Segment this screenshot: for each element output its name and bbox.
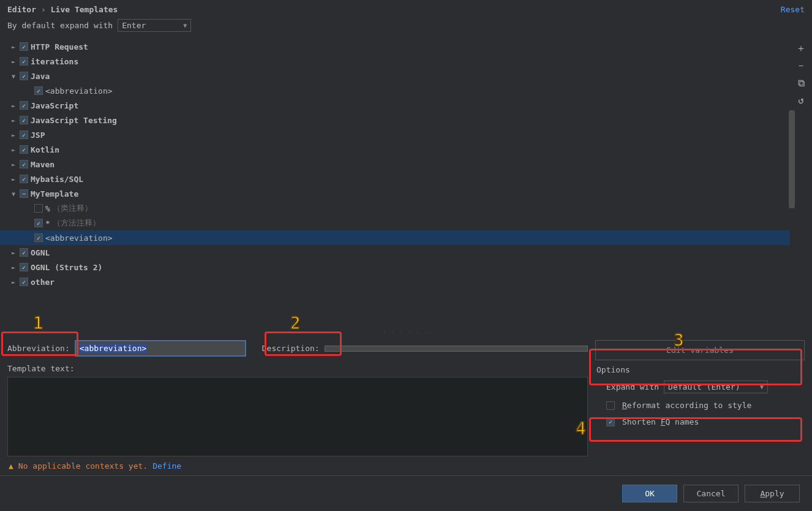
tree-label: JavaScript — [31, 101, 78, 110]
tree-row[interactable]: ✓ *（方法注释） — [0, 216, 790, 230]
split-handle[interactable]: · · · · · · — [0, 330, 812, 335]
tree-checkbox[interactable]: ✓ — [20, 248, 28, 257]
tree-checkbox[interactable]: ✓ — [20, 145, 28, 154]
expand-icon[interactable]: ► — [10, 58, 17, 65]
tree-row[interactable]: %（类注释） — [0, 201, 790, 216]
chevron-down-icon: ▼ — [183, 22, 187, 29]
define-link[interactable]: Define — [152, 461, 181, 471]
expand-with-label: Expand with — [606, 382, 659, 392]
shorten-fq-checkbox[interactable]: ✓ — [606, 418, 615, 426]
breadcrumb-live-templates[interactable]: Live Templates — [51, 5, 118, 14]
chevron-down-icon: ▼ — [760, 384, 764, 390]
tree-row[interactable]: ►✓ other — [0, 274, 790, 289]
breadcrumb: Editor › Live Templates — [7, 5, 118, 14]
tree-row[interactable]: ▼− MyTemplate — [0, 186, 790, 201]
expand-icon[interactable]: ► — [10, 264, 17, 271]
tree-label: MyTemplate — [31, 189, 78, 199]
tree-checkbox[interactable]: ✓ — [20, 72, 28, 80]
tree-checkbox[interactable]: ✓ — [20, 101, 28, 110]
collapse-icon[interactable]: ▼ — [10, 73, 17, 80]
tree-checkbox[interactable]: − — [20, 189, 28, 198]
tree-label: * — [45, 219, 50, 228]
tree-row[interactable]: ►✓ JSP — [0, 127, 790, 142]
tree-checkbox[interactable] — [34, 204, 43, 213]
scrollbar[interactable] — [789, 110, 795, 208]
tree-checkbox[interactable]: ✓ — [20, 131, 28, 139]
tree-row[interactable]: ✓ <abbreviation> — [0, 83, 790, 98]
breadcrumb-editor[interactable]: Editor — [7, 5, 36, 14]
tree-label: OGNL (Struts 2) — [31, 263, 102, 272]
tree-checkbox[interactable]: ✓ — [34, 86, 43, 95]
apply-button[interactable]: Apply — [745, 485, 800, 502]
tree-hint: （类注释） — [53, 203, 92, 214]
tree-checkbox[interactable]: ✓ — [20, 57, 28, 66]
collapse-icon[interactable]: ▼ — [10, 191, 17, 197]
tree-label: other — [31, 278, 55, 287]
undo-icon[interactable]: ↺ — [795, 94, 806, 105]
template-tree[interactable]: ►✓ HTTP Request►✓ iterations▼✓ Java✓ <ab… — [0, 37, 790, 330]
tree-checkbox[interactable]: ✓ — [20, 278, 28, 286]
chevron-right-icon: › — [41, 5, 46, 14]
expand-icon[interactable]: ► — [10, 161, 17, 168]
default-expand-value: Enter — [122, 21, 146, 30]
tree-checkbox[interactable]: ✓ — [34, 233, 43, 242]
tree-label: JavaScript Testing — [31, 116, 117, 125]
abbreviation-value: <abbreviation> — [80, 344, 147, 353]
tree-checkbox[interactable]: ✓ — [34, 219, 43, 227]
tree-row[interactable]: ►✓ OGNL (Struts 2) — [0, 260, 790, 274]
warning-text: No applicable contexts yet. — [18, 461, 148, 471]
tree-label: Maven — [31, 160, 55, 169]
add-icon[interactable]: ＋ — [795, 43, 806, 54]
description-label: Description: — [262, 344, 320, 353]
expand-icon[interactable]: ► — [10, 279, 17, 286]
reformat-label: Reformat according to style — [622, 401, 751, 410]
tree-row[interactable]: ►✓ JavaScript Testing — [0, 113, 790, 127]
edit-variables-button[interactable]: Edit variables — [595, 340, 805, 360]
tree-checkbox[interactable]: ✓ — [20, 116, 28, 124]
tree-label: JSP — [31, 131, 45, 140]
tree-row[interactable]: ►✓ Mybatis/SQL — [0, 172, 790, 186]
tree-checkbox[interactable]: ✓ — [20, 175, 28, 183]
tree-checkbox[interactable]: ✓ — [20, 42, 28, 51]
copy-icon[interactable]: ⧉ — [795, 77, 806, 88]
default-expand-select[interactable]: Enter ▼ — [118, 19, 191, 32]
expand-icon[interactable]: ► — [10, 117, 17, 124]
tree-label: OGNL — [31, 248, 50, 257]
remove-icon[interactable]: － — [795, 60, 806, 71]
tree-label: Mybatis/SQL — [31, 175, 83, 184]
template-text-label: Template text: — [7, 364, 588, 373]
cancel-button[interactable]: Cancel — [683, 485, 739, 502]
ok-button[interactable]: OK — [622, 485, 677, 502]
abbreviation-input[interactable]: <abbreviation> — [75, 340, 246, 357]
tree-row[interactable]: ►✓ iterations — [0, 54, 790, 69]
reset-link[interactable]: Reset — [781, 5, 805, 14]
tree-row[interactable]: ►✓ HTTP Request — [0, 39, 790, 54]
abbreviation-label: Abbreviation: — [7, 344, 70, 353]
reformat-checkbox[interactable] — [606, 401, 615, 410]
tree-row[interactable]: ►✓ JavaScript — [0, 98, 790, 113]
expand-with-select[interactable]: Default (Enter) ▼ — [664, 380, 768, 393]
expand-icon[interactable]: ► — [10, 249, 17, 256]
tree-label: % — [45, 204, 50, 213]
description-input[interactable] — [325, 346, 588, 352]
tree-row[interactable]: ►✓ OGNL — [0, 245, 790, 260]
shorten-fq-label: Shorten FQ names — [622, 417, 699, 426]
expand-with-value: Default (Enter) — [668, 382, 740, 392]
tree-row[interactable]: ►✓ Kotlin — [0, 142, 790, 157]
expand-icon[interactable]: ► — [10, 102, 17, 109]
tree-checkbox[interactable]: ✓ — [20, 263, 28, 271]
tree-label: HTTP Request — [31, 42, 88, 51]
tree-checkbox[interactable]: ✓ — [20, 160, 28, 168]
warning-icon: ▲ — [9, 461, 13, 471]
tree-row[interactable]: ▼✓ Java — [0, 69, 790, 83]
tree-label: Java — [31, 72, 50, 81]
tree-label: <abbreviation> — [45, 233, 113, 243]
default-expand-label: By default expand with — [7, 21, 113, 30]
expand-icon[interactable]: ► — [10, 146, 17, 153]
expand-icon[interactable]: ► — [10, 44, 17, 50]
expand-icon[interactable]: ► — [10, 132, 17, 138]
template-text-input[interactable] — [7, 377, 588, 456]
expand-icon[interactable]: ► — [10, 176, 17, 183]
tree-row[interactable]: ►✓ Maven — [0, 157, 790, 172]
tree-row[interactable]: ✓ <abbreviation> — [0, 230, 790, 245]
